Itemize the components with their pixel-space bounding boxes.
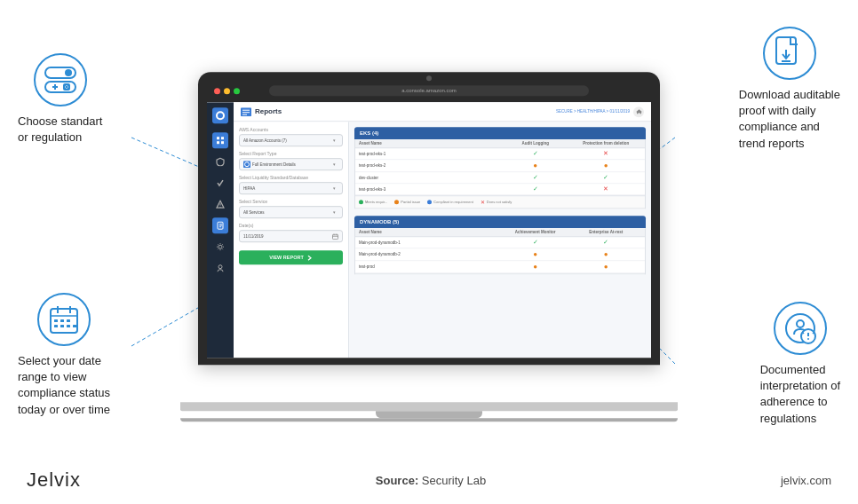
filter-date-input[interactable]: 11/11/2019 <box>239 230 343 242</box>
view-report-button[interactable]: VIEW REPORT <box>239 250 343 264</box>
svg-rect-52 <box>333 234 338 240</box>
ddb-row1-col2: ✓ <box>571 239 642 246</box>
sidebar-item-report[interactable] <box>212 217 228 233</box>
eks-row3-col2: ✓ <box>571 174 642 181</box>
filter-report-type-label: Select Report Type <box>239 151 343 156</box>
ddb-col-monitor: Achievement Monitor <box>500 230 571 234</box>
eks-row4-name: test-prod-eks-3 <box>359 187 500 192</box>
sidebar-item-users[interactable] <box>212 260 228 276</box>
eks-legend: Meets requir... Partial issue <box>355 195 645 208</box>
sidebar-item-check[interactable] <box>212 175 228 191</box>
svg-marker-49 <box>636 109 642 114</box>
annotation-tr-line2: proof with daily <box>739 104 816 117</box>
section-eks: EKS (4) Asset Name Audit Logging Protect… <box>354 127 646 209</box>
filters-panel: AWS Accounts All Amazon Accounts (7) ▾ S… <box>234 122 349 358</box>
home-icon <box>633 106 644 117</box>
svg-rect-17 <box>60 319 64 322</box>
annotation-br-line2: interpretation of <box>760 379 840 392</box>
main-content-area: Reports SECURE > HEALTH/HIPAA > 01/11/20… <box>234 102 651 358</box>
dynamodb-table: Asset Name Achievement Monitor Enterpris… <box>354 228 646 274</box>
eks-title: EKS (4) <box>360 130 378 136</box>
filter-services-value: All Services <box>243 210 333 215</box>
laptop-foot <box>180 418 678 421</box>
source-text: Source: Security Lab <box>376 474 486 487</box>
legend-compliant-label: Compliant in requirement <box>433 200 473 204</box>
breadcrumb: SECURE > HEALTH/HIPAA > 01/11/2019 <box>556 109 630 114</box>
view-report-label: VIEW REPORT <box>269 255 304 260</box>
chevron-down-icon: ▾ <box>333 138 338 143</box>
chevron-down-icon-4: ▾ <box>333 209 338 215</box>
annotation-bl-line2: range to view <box>18 370 86 383</box>
table-row: test-prod-eks-2 ● ● <box>355 160 645 172</box>
chevron-down-icon-3: ▾ <box>333 185 338 191</box>
eks-row1-col1: ✓ <box>500 150 571 157</box>
source-label: Source: <box>376 474 418 487</box>
tl-red <box>214 88 220 94</box>
legend-notsatisfy-label: Does not satisfy <box>487 200 512 204</box>
legend-compliant: Compliant in requirement <box>427 200 473 204</box>
ddb-row3-name: test-prod <box>359 264 500 269</box>
eks-row3-col1: ✓ <box>500 174 571 181</box>
filter-standard: Select Liquidity Standard/Database HIPAA… <box>239 175 343 194</box>
table-row: test-prod-eks-3 ✓ ✕ <box>355 184 645 195</box>
ddb-row2-col1: ● <box>500 250 571 258</box>
annotation-tl-line2: or regulation <box>18 130 82 144</box>
ddb-row2-col2: ● <box>571 250 642 258</box>
svg-point-5 <box>65 69 72 76</box>
filter-services: Select Service All Services ▾ <box>239 199 343 218</box>
filter-services-select[interactable]: All Services ▾ <box>239 206 343 218</box>
filter-standard-label: Select Liquidity Standard/Database <box>239 175 343 180</box>
legend-partial: Partial issue <box>394 200 420 204</box>
annotation-bl-line4: today or over time <box>18 403 110 416</box>
svg-rect-34 <box>221 137 224 139</box>
website-text: jelvix.com <box>781 474 831 487</box>
eks-row2-col2: ● <box>571 161 642 169</box>
svg-rect-6 <box>45 82 75 92</box>
annotation-tr-line3: compliance and <box>739 120 820 133</box>
filter-date: Date(s) 11/11/2019 <box>239 223 343 242</box>
traffic-lights <box>214 88 240 94</box>
sidebar-item-alert[interactable] <box>212 196 228 212</box>
eks-col-logging: Audit Logging <box>500 141 571 146</box>
svg-rect-20 <box>60 325 64 327</box>
filter-aws-accounts-value: All Amazon Accounts (7) <box>243 138 333 143</box>
annotation-br-line3: adherence to <box>760 395 828 408</box>
legend-partial-label: Partial issue <box>401 200 420 204</box>
legend-dot-orange <box>394 200 399 204</box>
tl-green <box>234 88 240 94</box>
annotation-br-line4: regulations <box>760 412 817 425</box>
sidebar-item-dashboard[interactable] <box>212 132 228 148</box>
cross-icon: ✕ <box>481 199 485 205</box>
svg-point-30 <box>807 338 809 340</box>
annotation-bottom-right: Documented interpretation of adherence t… <box>760 302 840 427</box>
eks-col-protection: Protection from deletion <box>571 141 642 146</box>
eks-row4-col1: ✓ <box>500 185 571 193</box>
filter-report-type-select[interactable]: Full Environment Details ▾ <box>239 158 343 170</box>
annotation-top-right: Download auditable proof with daily comp… <box>739 27 840 152</box>
legend-meets-label: Meets requir... <box>365 200 387 204</box>
arrow-right-icon <box>306 255 313 261</box>
sidebar-item-shield[interactable] <box>212 154 228 169</box>
sidebar-item-settings[interactable] <box>212 239 228 255</box>
annotation-bottom-left: Select your date range to view complianc… <box>18 293 110 418</box>
toggle-icon <box>34 53 87 106</box>
filter-report-type-value: Full Environment Details <box>252 162 333 167</box>
calendar-icon <box>37 293 91 346</box>
filter-aws-accounts-select[interactable]: All Amazon Accounts (7) ▾ <box>239 134 343 146</box>
screen-content: Reports SECURE > HEALTH/HIPAA > 01/11/20… <box>207 102 651 358</box>
page-wrapper: Choose standart or regulation Select you… <box>0 0 858 504</box>
laptop-base-top <box>180 402 678 411</box>
table-row: test-prod ● ● <box>355 261 645 273</box>
annotation-br-line1: Documented <box>760 363 826 376</box>
ddb-col-rest: Enterprise At-rest <box>571 230 642 234</box>
filter-standard-value: HIPAA <box>243 186 333 191</box>
eks-col-name: Asset Name <box>359 141 500 146</box>
legend-dot-green <box>359 200 363 204</box>
legend-notsatisfy: ✕ Does not satisfy <box>481 199 512 205</box>
camera <box>426 75 432 81</box>
calendar-small-icon <box>332 233 338 240</box>
url-bar: a.console.amazon.com <box>269 85 589 96</box>
svg-rect-33 <box>217 137 219 139</box>
filter-standard-select[interactable]: HIPAA ▾ <box>239 182 343 194</box>
tl-yellow <box>224 88 230 94</box>
